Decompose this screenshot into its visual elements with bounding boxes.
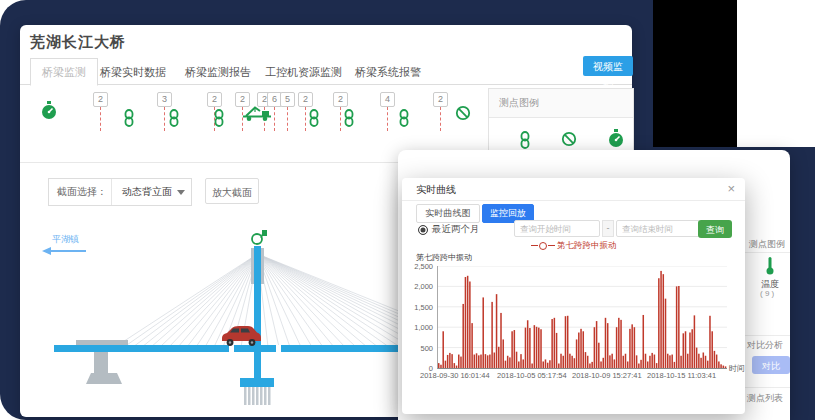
range-separator: -: [602, 220, 614, 237]
query-end-time-input[interactable]: [616, 220, 700, 237]
point-list-header: 测点列表: [747, 392, 783, 405]
y-tick-label: 2,500: [402, 262, 433, 271]
sensor-dropline: [440, 107, 441, 131]
sensor-dropline: [100, 107, 101, 131]
dialog-title: 实时曲线: [416, 183, 456, 197]
background-black-region: [653, 0, 737, 147]
compare-analysis-header: 对比分析: [747, 339, 783, 352]
section-select-value: 动态背立面: [122, 179, 172, 205]
link-icon[interactable]: [213, 109, 225, 127]
chart-legend[interactable]: 第七跨跨中振动: [402, 240, 745, 252]
temperature-count: ( 9 ): [760, 289, 774, 298]
legend-line-icon: [531, 245, 538, 246]
recent-two-months-radio[interactable]: [418, 225, 428, 235]
recent-two-months-label: 最近两个月: [432, 223, 480, 236]
section-select-group: 截面选择： 动态背立面: [48, 178, 192, 206]
sensor-count-badge[interactable]: 2: [433, 92, 448, 107]
legend-link-icon: [519, 131, 531, 149]
link-icon[interactable]: [168, 109, 180, 127]
tower-sensor-icon[interactable]: [252, 230, 267, 244]
bridge-tower: [254, 246, 261, 380]
bridge-piles: [244, 387, 271, 405]
bridge-tower-footing: [240, 378, 274, 387]
compare-analysis-button[interactable]: 对比分析: [752, 356, 790, 374]
section-select-label: 截面选择：: [57, 179, 107, 205]
vibration-bar-chart: [438, 266, 727, 368]
sensor-dropline: [305, 107, 306, 131]
sensor-count-badge[interactable]: 2: [298, 92, 313, 107]
legend-series-label: 第七跨跨中振动: [557, 240, 617, 250]
dialog-titlebar: 实时曲线 ×: [402, 178, 745, 201]
link-icon[interactable]: [123, 109, 135, 127]
chart-plot-area: [437, 266, 727, 369]
sidebar-divider: [738, 387, 790, 388]
legend-ban-icon: [561, 131, 577, 147]
tab-bridge-monitor[interactable]: 桥梁监测: [30, 58, 98, 86]
legend-line-icon: [548, 245, 555, 246]
sensor-dropline: [274, 107, 275, 131]
y-tick-label: 1,000: [402, 323, 433, 332]
link-icon[interactable]: [308, 109, 320, 127]
deck-expansion-joint: [229, 345, 234, 352]
screen: 芜湖长江大桥 桥梁监测 桥梁实时数据 桥梁监测报告 工控机资源监测 桥梁系统报警…: [0, 0, 815, 420]
sensor-count-badge[interactable]: 3: [157, 92, 172, 107]
truck-icon[interactable]: [242, 104, 272, 122]
sidebar-divider: [738, 335, 790, 336]
sensor-dropline: [287, 107, 288, 131]
chevron-down-icon: [177, 190, 185, 195]
deck-expansion-joint: [276, 345, 281, 352]
gauge-icon[interactable]: [40, 101, 58, 121]
sensor-count-badge[interactable]: 2: [207, 92, 222, 107]
x-tick-label: 2018-10-15 11:03:41: [647, 371, 716, 380]
query-start-time-input[interactable]: [514, 220, 600, 237]
sensor-dropline: [164, 107, 165, 131]
bridge-side-label: 平湖镇: [52, 234, 79, 244]
section-select-dropdown[interactable]: 动态背立面: [111, 179, 192, 205]
enlarge-section-button[interactable]: 放大截面: [205, 178, 259, 204]
thermometer-icon[interactable]: [764, 256, 776, 276]
x-tick-label: 2018-10-09 15:27:41: [572, 371, 642, 380]
legend-marker-icon: [539, 242, 547, 250]
sensor-dropline: [387, 107, 388, 131]
link-icon[interactable]: [398, 109, 410, 127]
sensor-dropline: [340, 107, 341, 131]
x-tick-label: 2018-09-30 16:01:44: [420, 371, 490, 380]
left-arrow-icon: [42, 247, 86, 255]
chart-x-axis-name: 时间: [729, 363, 745, 374]
query-button[interactable]: 查询: [698, 220, 732, 238]
background-white-region: [737, 0, 815, 147]
y-tick-label: 1,500: [402, 303, 433, 312]
tab-realtime-curve[interactable]: 实时曲线图: [416, 204, 480, 223]
realtime-curve-dialog: 实时曲线 × 实时曲线图 监控回放 最近两个月 - 查询 第七跨跨中振动 第七跨…: [402, 178, 745, 414]
close-icon[interactable]: ×: [727, 181, 735, 196]
x-tick-label: 2018-10-05 05:17:54: [497, 371, 567, 380]
legend-panel-title: 测点图例: [489, 89, 633, 118]
sensor-count-badge[interactable]: 2: [333, 92, 348, 107]
ban-icon[interactable]: [455, 105, 471, 121]
link-icon[interactable]: [343, 109, 355, 127]
legend-panel: 测点图例: [488, 88, 634, 152]
sensor-count-badge[interactable]: 5: [280, 92, 295, 107]
sensor-count-badge[interactable]: 4: [380, 92, 395, 107]
sensor-count-badge[interactable]: 2: [93, 92, 108, 107]
y-tick-label: 500: [402, 344, 433, 353]
y-tick-label: 2,000: [402, 282, 433, 291]
sidebar-divider: [738, 252, 790, 253]
legend-gauge-icon: [607, 129, 625, 149]
sidebar-legend-header: 测点图例: [749, 238, 785, 251]
